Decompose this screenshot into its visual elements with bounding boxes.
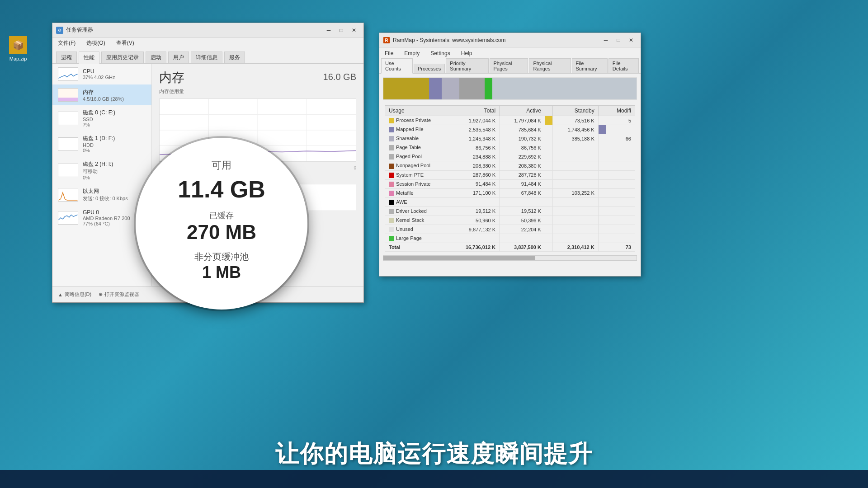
svg-text:R: R bbox=[385, 38, 388, 43]
disk0-mini-chart bbox=[58, 112, 78, 125]
rm-menu-file[interactable]: File bbox=[383, 49, 395, 57]
cell-standby bbox=[552, 216, 598, 225]
tab-physical-pages[interactable]: Physical Pages bbox=[490, 58, 528, 73]
cell-modified bbox=[606, 161, 635, 170]
cell-standby-color bbox=[598, 152, 606, 161]
tab-use-counts[interactable]: Use Counts bbox=[381, 58, 413, 74]
cell-active: 3,837,500 K bbox=[500, 243, 545, 252]
cell-modified bbox=[606, 225, 635, 234]
cell-active: 19,512 K bbox=[500, 206, 545, 216]
tab-process[interactable]: 进程 bbox=[56, 52, 77, 63]
tm-menu-file[interactable]: 文件(F) bbox=[56, 38, 77, 48]
th-modified: Modifi bbox=[606, 106, 635, 116]
zoom-circle: 可用 11.4 GB 已缓存 270 MB 非分页缓冲池 1 MB bbox=[136, 138, 307, 310]
tm-window-title: 任务管理器 bbox=[66, 26, 93, 34]
sidebar-item-cpu[interactable]: CPU 37% 4.02 GHz bbox=[52, 64, 151, 84]
tab-file-summary[interactable]: File Summary bbox=[572, 58, 608, 73]
cell-active: 287,728 K bbox=[500, 170, 545, 179]
disk2-detail: 0% bbox=[83, 175, 146, 180]
cell-active-color bbox=[545, 170, 552, 179]
sidebar-item-memory[interactable]: 内存 4.5/16.0 GB (28%) bbox=[52, 84, 151, 105]
cell-standby bbox=[552, 161, 598, 170]
memory-title: 内存 bbox=[159, 69, 184, 86]
taskbar bbox=[0, 470, 868, 488]
color-dot bbox=[389, 127, 394, 132]
rm-menu-settings[interactable]: Settings bbox=[429, 49, 452, 57]
cell-modified bbox=[606, 143, 635, 152]
rm-menu-empty[interactable]: Empty bbox=[402, 49, 421, 57]
bar-process-private bbox=[383, 78, 429, 99]
cell-active-color bbox=[545, 188, 552, 197]
color-dot bbox=[389, 209, 394, 214]
color-dot bbox=[389, 227, 394, 232]
memory-mini-chart bbox=[58, 88, 78, 102]
cell-active-color bbox=[545, 116, 552, 125]
sidebar-item-disk1[interactable]: 磁盘 1 (D: F:) HDD 0% bbox=[52, 131, 151, 157]
table-row: Shareable1,245,348 K190,732 K385,188 K66 bbox=[385, 134, 635, 143]
cpu-name: CPU bbox=[83, 68, 146, 75]
cell-usage-name: Total bbox=[385, 243, 450, 252]
bar-mapped-file bbox=[429, 78, 442, 99]
th-standby: Standby bbox=[552, 106, 598, 116]
desktop-icon-mapzip[interactable]: 📦 Map.zip bbox=[2, 36, 34, 61]
sidebar-item-disk0[interactable]: 磁盘 0 (C: E:) SSD 7% bbox=[52, 105, 151, 131]
rm-minimize-button[interactable]: ─ bbox=[600, 36, 612, 45]
bar-green bbox=[485, 78, 492, 99]
cell-usage-name: AWE bbox=[385, 197, 450, 206]
table-row: System PTE287,860 K287,728 K bbox=[385, 170, 635, 179]
cell-standby-color bbox=[598, 243, 606, 252]
tab-details[interactable]: 详细信息 bbox=[191, 52, 222, 63]
tm-menu-options[interactable]: 选项(O) bbox=[85, 38, 107, 48]
tab-users[interactable]: 用户 bbox=[168, 52, 189, 63]
cell-standby-color bbox=[598, 206, 606, 216]
disk0-detail: 7% bbox=[83, 122, 146, 127]
ethernet-name: 以太网 bbox=[83, 188, 146, 195]
rm-maximize-button[interactable]: □ bbox=[613, 36, 624, 45]
zip-icon: 📦 bbox=[9, 36, 27, 54]
sidebar-item-disk2[interactable]: 磁盘 2 (H: I:) 可移动 0% bbox=[52, 157, 151, 184]
tab-file-details[interactable]: File Details bbox=[609, 58, 639, 73]
cell-total bbox=[450, 234, 500, 243]
rm-menubar: File Empty Settings Help bbox=[379, 47, 641, 59]
disk2-name: 磁盘 2 (H: I:) bbox=[83, 160, 146, 168]
cell-standby-color bbox=[598, 116, 606, 125]
th-active-color bbox=[545, 106, 552, 116]
tab-performance[interactable]: 性能 bbox=[79, 52, 99, 64]
cpu-mini-chart bbox=[58, 67, 78, 81]
tab-priority-summary[interactable]: Priority Summary bbox=[446, 58, 488, 73]
tm-menu-view[interactable]: 查看(V) bbox=[114, 38, 136, 48]
cell-usage-name: Large Page bbox=[385, 234, 450, 243]
cell-total: 1,245,348 K bbox=[450, 134, 500, 143]
simple-info-button[interactable]: ▲ 简略信息(D) bbox=[58, 291, 91, 298]
table-row: Large Page bbox=[385, 234, 635, 243]
zoom-pool-value: 1 MB bbox=[178, 263, 265, 282]
open-monitor-button[interactable]: ⊕ 打开资源监视器 bbox=[99, 291, 139, 298]
tab-app-history[interactable]: 应用历史记录 bbox=[101, 52, 144, 63]
tab-startup[interactable]: 启动 bbox=[146, 52, 166, 63]
sidebar-item-ethernet[interactable]: 以太网 发送: 0 接收: 0 Kbps bbox=[52, 184, 151, 206]
color-dot bbox=[389, 154, 394, 160]
color-dot bbox=[389, 164, 394, 169]
tab-physical-ranges[interactable]: Physical Ranges bbox=[529, 58, 571, 73]
rm-scrollbar[interactable] bbox=[383, 255, 637, 261]
tm-minimize-button[interactable]: ─ bbox=[323, 26, 335, 35]
cell-standby-color bbox=[598, 143, 606, 152]
icon-label: Map.zip bbox=[9, 56, 27, 61]
zoom-available-value: 11.4 GB bbox=[178, 176, 265, 203]
rammap-window: R RamMap - Sysinternals: www.sysinternal… bbox=[379, 33, 641, 277]
cell-active: 67,848 K bbox=[500, 188, 545, 197]
rm-menu-help[interactable]: Help bbox=[459, 49, 474, 57]
cell-active: 50,396 K bbox=[500, 216, 545, 225]
tab-processes[interactable]: Processes bbox=[414, 64, 445, 73]
cell-modified bbox=[606, 206, 635, 216]
tm-maximize-button[interactable]: □ bbox=[335, 26, 347, 35]
cell-standby bbox=[552, 197, 598, 206]
tm-close-button[interactable]: ✕ bbox=[348, 26, 360, 35]
cell-total: 86,756 K bbox=[450, 143, 500, 152]
color-dot bbox=[389, 236, 394, 241]
cell-active-color bbox=[545, 216, 552, 225]
tab-services[interactable]: 服务 bbox=[224, 52, 245, 63]
rm-close-button[interactable]: ✕ bbox=[625, 36, 637, 45]
disk1-detail: 0% bbox=[83, 148, 146, 153]
color-dot bbox=[389, 173, 394, 178]
